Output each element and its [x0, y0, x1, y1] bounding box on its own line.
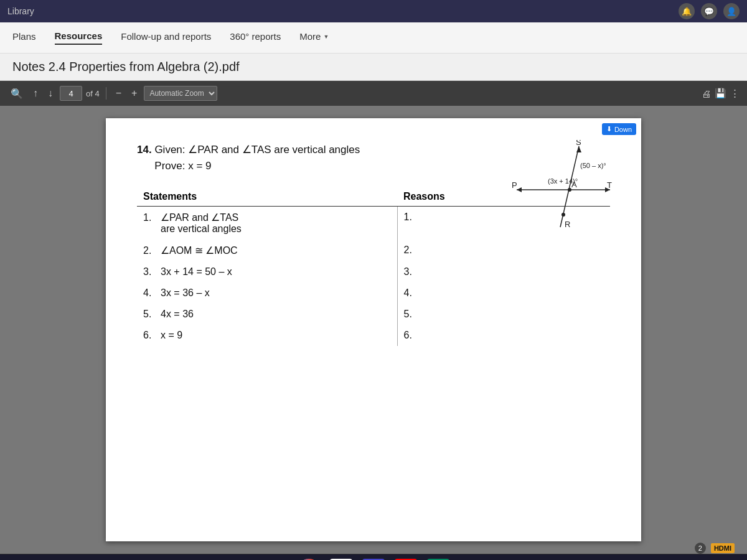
download-button[interactable]: ⬇ Down — [602, 123, 636, 135]
print-icon[interactable]: 🖨 — [702, 88, 711, 99]
table-row: 6. x = 9 6. — [137, 325, 610, 346]
stmt-text-3: 3x + 14 = 50 – x — [161, 266, 232, 278]
reason-3: 3. — [397, 261, 610, 282]
table-row: 3. 3x + 14 = 50 – x 3. — [137, 261, 610, 282]
geometry-diagram: S P A T R (3x + 14)° (50 – x)° — [510, 140, 616, 233]
stmt-text-2: ∠AOM ≅ ∠MOC — [161, 245, 238, 256]
bell-icon[interactable]: 🔔 — [679, 3, 695, 19]
table-row: 2. ∠AOM ≅ ∠MOC 2. — [137, 240, 610, 261]
stmt-text-6: x = 9 — [161, 330, 182, 341]
prev-page-button[interactable]: ↑ — [30, 86, 41, 100]
table-row: 5. 4x = 36 5. — [137, 304, 610, 325]
angle1-label: (3x + 14)° — [548, 177, 578, 185]
page-input[interactable]: 4 — [60, 86, 82, 101]
app-name: Library — [7, 6, 34, 16]
more-options-icon[interactable]: ⋮ — [730, 88, 740, 99]
statement-3: 3. 3x + 14 = 50 – x — [137, 261, 397, 282]
nav-resources[interactable]: Resources — [55, 30, 103, 45]
separator — [106, 87, 106, 100]
hdmi-badge: HDMI — [711, 543, 735, 553]
reason-2: 2. — [397, 240, 610, 261]
page-total: of 4 — [86, 89, 100, 98]
next-page-button[interactable]: ↓ — [45, 86, 56, 100]
diagram-svg: S P A T R (3x + 14)° (50 – x)° — [510, 140, 616, 233]
label-s: S — [576, 140, 581, 147]
statement-6: 6. x = 9 — [137, 325, 397, 346]
nav-360reports[interactable]: 360° reports — [230, 31, 281, 44]
zoom-out-button[interactable]: − — [113, 86, 125, 100]
pdf-toolbar-right: 🖨 💾 ⋮ — [702, 88, 740, 99]
bottom-taskbar: M ≡ ▶ ▶ 2 HDMI — [0, 554, 747, 560]
label-t: T — [607, 180, 612, 190]
label-r: R — [565, 220, 570, 229]
nav-plans[interactable]: Plans — [12, 31, 36, 44]
zoom-select[interactable]: Automatic Zoom Actual Size Page Fit 100%… — [144, 86, 217, 101]
svg-point-6 — [561, 213, 565, 217]
pdf-content: S P A T R (3x + 14)° (50 – x)° 14. Given… — [0, 106, 747, 554]
file-title-bar: Notes 2.4 Properties from Algebra (2).pd… — [0, 54, 747, 81]
statement-2: 2. ∠AOM ≅ ∠MOC — [137, 240, 397, 261]
download-icon: ⬇ — [606, 125, 612, 133]
bottom-right-status: 2 HDMI — [695, 543, 735, 554]
prove-label: Prove: — [154, 160, 185, 172]
top-bar: Library 🔔 💬 👤 — [0, 0, 747, 22]
given-label: Given: — [154, 144, 185, 156]
file-title: Notes 2.4 Properties from Algebra (2).pd… — [12, 60, 240, 73]
stmt-num-3: 3. — [143, 266, 156, 278]
chat-icon[interactable]: 💬 — [701, 3, 717, 19]
pdf-toolbar: 🔍 ↑ ↓ 4 of 4 − + Automatic Zoom Actual S… — [0, 81, 747, 106]
nav-more[interactable]: More — [299, 31, 329, 44]
prove-text: x = 9 — [188, 160, 211, 172]
svg-marker-1 — [517, 187, 522, 192]
stmt-num-1: 1. — [143, 212, 156, 223]
stmt-num-5: 5. — [143, 309, 156, 320]
reason-5: 5. — [397, 304, 610, 325]
pdf-toolbar-left: 🔍 ↑ ↓ 4 of 4 − + Automatic Zoom Actual S… — [7, 86, 697, 101]
stmt-num-4: 4. — [143, 287, 156, 299]
label-p: P — [512, 180, 517, 190]
reason-6: 6. — [397, 325, 610, 346]
nav-followup[interactable]: Follow-up and reports — [121, 31, 211, 44]
top-bar-right: 🔔 💬 👤 — [679, 3, 740, 19]
search-button[interactable]: 🔍 — [7, 86, 26, 101]
zoom-in-button[interactable]: + — [128, 86, 140, 100]
stmt-text-5: 4x = 36 — [161, 309, 194, 320]
pdf-page: S P A T R (3x + 14)° (50 – x)° 14. Given… — [106, 118, 641, 541]
stmt-text-4: 3x = 36 – x — [161, 287, 210, 299]
notification-badge: 2 — [695, 543, 706, 554]
problem-number: 14. — [137, 144, 152, 156]
statements-header: Statements — [137, 187, 397, 207]
download-label: Down — [614, 126, 632, 133]
user-icon[interactable]: 👤 — [723, 3, 740, 19]
stmt-text-1: ∠PAR and ∠TASare vertical angles — [161, 212, 242, 235]
angle2-label: (50 – x)° — [580, 162, 606, 169]
save-icon[interactable]: 💾 — [715, 88, 726, 99]
statement-4: 4. 3x = 36 – x — [137, 282, 397, 304]
given-text: ∠PAR and ∠TAS are vertical angles — [188, 144, 360, 156]
top-bar-left: Library — [7, 6, 34, 16]
stmt-num-6: 6. — [143, 330, 156, 341]
svg-marker-4 — [576, 146, 581, 152]
statement-1: 1. ∠PAR and ∠TASare vertical angles — [137, 207, 397, 240]
stmt-num-2: 2. — [143, 245, 156, 256]
table-row: 4. 3x = 36 – x 4. — [137, 282, 610, 304]
statement-5: 5. 4x = 36 — [137, 304, 397, 325]
reason-4: 4. — [397, 282, 610, 304]
nav-bar: Plans Resources Follow-up and reports 36… — [0, 22, 747, 54]
